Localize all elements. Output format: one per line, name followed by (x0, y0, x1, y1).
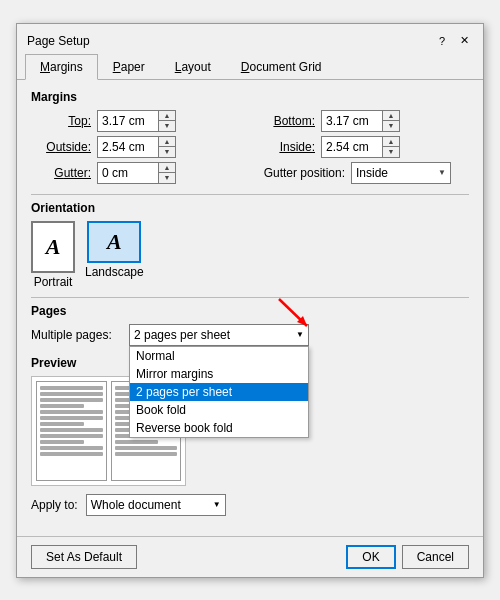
top-spin-buttons: ▲ ▼ (158, 111, 175, 131)
bottom-spin-buttons: ▲ ▼ (382, 111, 399, 131)
line-2 (40, 392, 103, 396)
outside-input[interactable]: 2.54 cm (98, 137, 158, 157)
top-input[interactable]: 3.17 cm (98, 111, 158, 131)
tab-margins[interactable]: Margins (25, 54, 98, 80)
line-12 (40, 452, 103, 456)
help-button[interactable]: ? (433, 32, 451, 50)
close-button[interactable]: ✕ (455, 32, 473, 50)
gutter-spin-down[interactable]: ▼ (159, 173, 175, 183)
line-6 (40, 416, 103, 420)
outside-spin-down[interactable]: ▼ (159, 147, 175, 157)
inside-label: Inside: (255, 140, 315, 154)
gutter-spin[interactable]: 0 cm ▲ ▼ (97, 162, 176, 184)
selected-text: 2 pages per sheet (134, 328, 230, 342)
tab-margins-label: Margins (40, 60, 83, 74)
gutter-position-row: Gutter position: Inside ▼ (255, 162, 469, 184)
gutter-label: Gutter: (31, 166, 91, 180)
tab-document-grid[interactable]: Document Grid (226, 54, 337, 80)
outside-label: Outside: (31, 140, 91, 154)
set-as-default-button[interactable]: Set As Default (31, 545, 137, 569)
tab-layout-label: Layout (175, 60, 211, 74)
ok-cancel-group: OK Cancel (346, 545, 469, 569)
line-11 (40, 446, 103, 450)
gutter-spin-up[interactable]: ▲ (159, 163, 175, 173)
tab-paper[interactable]: Paper (98, 54, 160, 80)
pages-section-label: Pages (31, 304, 469, 318)
dropdown-item-mirror[interactable]: Mirror margins (130, 365, 308, 383)
tab-paper-label: Paper (113, 60, 145, 74)
outside-margin-row: Outside: 2.54 cm ▲ ▼ (31, 136, 245, 158)
gutter-position-label: Gutter position: (255, 166, 345, 180)
portrait-letter: A (46, 234, 61, 260)
top-spin[interactable]: 3.17 cm ▲ ▼ (97, 110, 176, 132)
line-r10 (115, 440, 159, 444)
apply-to-arrow-icon: ▼ (213, 500, 221, 509)
outside-spin-up[interactable]: ▲ (159, 137, 175, 147)
gutter-position-value: Inside (356, 166, 438, 180)
tab-document-grid-label: Document Grid (241, 60, 322, 74)
portrait-label: Portrait (34, 275, 73, 289)
top-spin-up[interactable]: ▲ (159, 111, 175, 121)
orientation-section-label: Orientation (31, 201, 469, 215)
apply-to-label: Apply to: (31, 498, 78, 512)
cancel-button[interactable]: Cancel (402, 545, 469, 569)
bottom-buttons: Set As Default OK Cancel (17, 536, 483, 577)
line-3 (40, 398, 103, 402)
dialog-content: Margins Top: 3.17 cm ▲ ▼ Bottom: 3.17 cm (17, 80, 483, 536)
page-setup-dialog: Page Setup ? ✕ Margins Paper Layout Docu… (16, 23, 484, 578)
bottom-spin[interactable]: 3.17 cm ▲ ▼ (321, 110, 400, 132)
divider-1 (31, 194, 469, 195)
top-label: Top: (31, 114, 91, 128)
portrait-icon: A (31, 221, 75, 273)
top-margin-row: Top: 3.17 cm ▲ ▼ (31, 110, 245, 132)
outside-spin-buttons: ▲ ▼ (158, 137, 175, 157)
title-bar-icons: ? ✕ (433, 32, 473, 50)
dialog-title: Page Setup (27, 34, 90, 48)
multiple-pages-row: Multiple pages: 2 pages per sheet ▼ (31, 324, 469, 346)
landscape-letter: A (107, 229, 122, 255)
outside-spin[interactable]: 2.54 cm ▲ ▼ (97, 136, 176, 158)
tabs-bar: Margins Paper Layout Document Grid (17, 54, 483, 80)
dropdown-item-2pages[interactable]: 2 pages per sheet (130, 383, 308, 401)
line-r11 (115, 446, 178, 450)
tab-layout[interactable]: Layout (160, 54, 226, 80)
dropdown-arrow-icon: ▼ (296, 330, 304, 339)
multiple-pages-dropdown[interactable]: 2 pages per sheet ▼ Normal Mirror margin… (129, 324, 309, 346)
inside-spin[interactable]: 2.54 cm ▲ ▼ (321, 136, 400, 158)
gutter-position-select[interactable]: Inside ▼ (351, 162, 451, 184)
orientation-section: Orientation A Portrait A Landscape (31, 201, 469, 289)
orientation-buttons: A Portrait A Landscape (31, 221, 469, 289)
line-4 (40, 404, 84, 408)
dropdown-item-reverse-bookfold[interactable]: Reverse book fold (130, 419, 308, 437)
bottom-spin-down[interactable]: ▼ (383, 121, 399, 131)
gutter-spin-buttons: ▲ ▼ (158, 163, 175, 183)
portrait-option[interactable]: A Portrait (31, 221, 75, 289)
inside-spin-down[interactable]: ▼ (383, 147, 399, 157)
margins-grid: Top: 3.17 cm ▲ ▼ Bottom: 3.17 cm ▲ ▼ (31, 110, 469, 184)
dropdown-item-bookfold[interactable]: Book fold (130, 401, 308, 419)
gutter-input[interactable]: 0 cm (98, 163, 158, 183)
margins-section-label: Margins (31, 90, 469, 104)
bottom-input[interactable]: 3.17 cm (322, 111, 382, 131)
apply-to-row: Apply to: Whole document ▼ (31, 494, 469, 516)
inside-spin-buttons: ▲ ▼ (382, 137, 399, 157)
apply-to-select[interactable]: Whole document ▼ (86, 494, 226, 516)
landscape-icon: A (87, 221, 141, 263)
title-bar: Page Setup ? ✕ (17, 24, 483, 54)
dropdown-selected-value[interactable]: 2 pages per sheet ▼ (129, 324, 309, 346)
dropdown-list: Normal Mirror margins 2 pages per sheet … (129, 346, 309, 438)
line-9 (40, 434, 103, 438)
left-page-preview (36, 381, 107, 481)
dropdown-item-normal[interactable]: Normal (130, 347, 308, 365)
bottom-spin-up[interactable]: ▲ (383, 111, 399, 121)
pages-section: Pages Multiple pages: 2 pages per sheet … (31, 304, 469, 346)
line-8 (40, 428, 103, 432)
inside-input[interactable]: 2.54 cm (322, 137, 382, 157)
inside-margin-row: Inside: 2.54 cm ▲ ▼ (255, 136, 469, 158)
inside-spin-up[interactable]: ▲ (383, 137, 399, 147)
ok-button[interactable]: OK (346, 545, 395, 569)
landscape-option[interactable]: A Landscape (85, 221, 144, 289)
line-5 (40, 410, 103, 414)
line-10 (40, 440, 84, 444)
top-spin-down[interactable]: ▼ (159, 121, 175, 131)
